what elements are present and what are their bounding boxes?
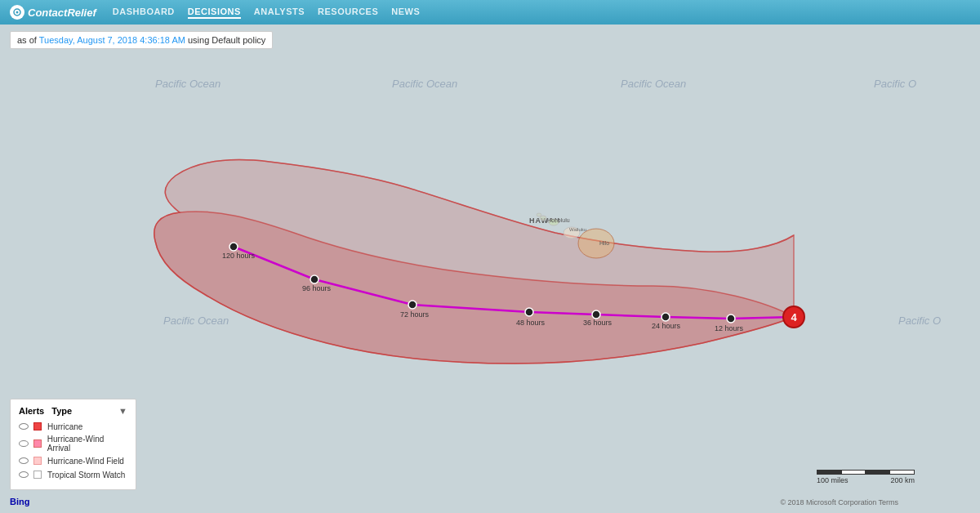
nav-news[interactable]: NEWS: [391, 7, 420, 19]
label-120h: 120 hours: [222, 252, 256, 260]
track-point-24h: [662, 313, 670, 321]
legend-wind-arrival-label: Hurricane-Wind Arrival: [47, 435, 127, 453]
scale-bar: 100 miles 200 km: [817, 470, 915, 484]
wind-arrival-swatch: [32, 438, 43, 449]
track-point-48h: [525, 308, 533, 316]
copyright-text: © 2018 Microsoft Corporation Terms: [780, 498, 898, 506]
label-24h: 24 hours: [652, 322, 681, 330]
timestamp-suffix: using Default policy: [185, 35, 265, 45]
legend-title: Alerts Type: [19, 406, 118, 416]
track-point-120h: [229, 243, 238, 251]
label-12h: 12 hours: [715, 324, 744, 332]
nav-dashboard[interactable]: DASHBOARD: [113, 7, 175, 19]
visibility-icon-tropical-storm[interactable]: [19, 471, 29, 478]
ocean-label-1: Pacific Ocean: [155, 78, 220, 90]
sort-icon[interactable]: ▼: [118, 406, 127, 416]
header: ContactRelief DASHBOARD DECISIONS ANALYS…: [0, 0, 980, 25]
visibility-icon-wind-field[interactable]: [19, 457, 29, 464]
legend-header: Alerts Type ▼: [19, 406, 127, 416]
label-48h: 48 hours: [516, 319, 546, 327]
nav-decisions[interactable]: DECISIONS: [188, 7, 241, 19]
label-96h: 96 hours: [302, 284, 332, 292]
hurricane-category-badge: [783, 306, 804, 328]
track-point-36h: [592, 310, 600, 319]
ocean-label-5: Pacific Ocean: [163, 314, 229, 327]
timestamp-prefix: as of: [17, 35, 39, 45]
wailuku-label: Wailuku: [569, 227, 586, 232]
timestamp-date: Tuesday, August 7, 2018 4:36:18 AM: [39, 35, 185, 45]
bing-text: Bing: [10, 497, 29, 506]
visibility-icon-wind-arrival[interactable]: [19, 440, 29, 447]
wind-field-swatch: [32, 455, 43, 466]
hilo-label: Hilo: [599, 240, 609, 246]
ocean-label-6: Pacific O: [898, 314, 941, 327]
track-point-12h: [727, 314, 735, 323]
logo-icon: [10, 5, 24, 20]
legend-hurricane-label: Hurricane: [47, 422, 82, 431]
hurricane-swatch: [32, 421, 43, 432]
legend-item-hurricane: Hurricane: [19, 421, 127, 432]
ocean-label-2: Pacific Ocean: [392, 78, 457, 90]
scale-graphic: [817, 470, 915, 475]
track-point-72h: [408, 301, 416, 309]
nav: DASHBOARD DECISIONS ANALYSTS RESOURCES N…: [113, 7, 420, 19]
visibility-icon-hurricane[interactable]: [19, 423, 29, 430]
ocean-label-3: Pacific Ocean: [621, 78, 686, 90]
svg-point-1: [16, 11, 19, 14]
legend-item-wind-field: Hurricane-Wind Field: [19, 455, 127, 466]
track-point-96h: [310, 275, 318, 283]
label-72h: 72 hours: [400, 310, 430, 319]
nav-resources[interactable]: RESOURCES: [318, 7, 378, 19]
timestamp-badge: as of Tuesday, August 7, 2018 4:36:18 AM…: [10, 31, 273, 49]
bing-logo: Bing: [10, 497, 29, 506]
hawaii-label: HAWAII: [529, 216, 560, 225]
scale-label-km: 200 km: [890, 476, 915, 484]
logo-text: ContactRelief: [28, 7, 96, 19]
label-36h: 36 hours: [583, 319, 612, 327]
nav-analysts[interactable]: ANALYSTS: [254, 7, 305, 19]
hawaii-maui: [564, 227, 580, 239]
scale-label-miles: 100 miles: [817, 476, 849, 484]
logo-area: ContactRelief: [10, 5, 96, 20]
legend-wind-field-label: Hurricane-Wind Field: [47, 457, 124, 466]
legend-tropical-storm-label: Tropical Storm Watch: [47, 471, 125, 480]
hurricane-track-svg: 4 120 hours 96 hours 72 hours 48 hours 3…: [0, 25, 980, 513]
hurricane-category-number: 4: [791, 311, 797, 323]
legend-item-wind-arrival: Hurricane-Wind Arrival: [19, 435, 127, 453]
hawaii-big-island: [578, 229, 614, 258]
scale-labels: 100 miles 200 km: [817, 476, 915, 484]
legend-item-tropical-storm: Tropical Storm Watch: [19, 469, 127, 480]
map-container: as of Tuesday, August 7, 2018 4:36:18 AM…: [0, 25, 980, 513]
legend: Alerts Type ▼ Hurricane Hurricane-Wind A…: [10, 399, 136, 490]
tropical-storm-swatch: [32, 469, 43, 480]
ocean-label-4: Pacific O: [874, 78, 916, 90]
